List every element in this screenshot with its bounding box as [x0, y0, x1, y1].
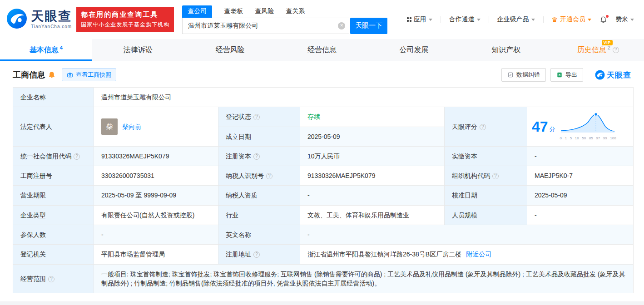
field-label-text: 注册地址 — [226, 251, 251, 258]
field-label: 统一社会信用代码? — [13, 146, 94, 166]
nav-cooperation[interactable]: 合作通道 — [449, 15, 481, 24]
logo-eye-icon — [595, 70, 605, 80]
field-label: 企业类型 — [13, 205, 94, 225]
tab-operating-risk[interactable]: 经营风险 — [184, 39, 276, 61]
table-row: 统一社会信用代码? 91330326MAEJP5K079 注册资本? 10万人民… — [13, 146, 634, 166]
export-label: 导出 — [565, 71, 577, 79]
nav-open-membership[interactable]: ♛ 开通会员 — [552, 15, 591, 24]
field-label-text: 登记状态 — [226, 113, 251, 120]
table-row: 参保人数 - 英文名称 - — [13, 225, 634, 245]
paid-capital-value: - — [527, 146, 634, 166]
search-tabs: 查公司 查老板 查风险 查关系 — [182, 5, 387, 18]
tab-intellectual-property[interactable]: 知识产权 — [460, 39, 552, 61]
company-type-value: 有限责任公司(自然人投资或控股) — [94, 205, 218, 225]
chevron-down-icon — [477, 19, 481, 21]
search-input[interactable] — [182, 18, 349, 34]
establish-date-value: 2025-05-09 — [300, 127, 445, 146]
tab-label: 经营信息 — [307, 45, 337, 55]
insured-count-value: - — [94, 225, 218, 245]
nav-cooperation-label: 合作通道 — [449, 15, 475, 24]
field-label-text: 组织机构代码 — [452, 172, 490, 179]
reg-capital-value: 10万人民币 — [300, 146, 445, 166]
nav-apps-label: 应用 — [414, 15, 426, 24]
help-icon[interactable]: ? — [253, 251, 260, 258]
help-icon[interactable]: ? — [253, 114, 260, 120]
tab-company-development[interactable]: 公司发展 — [368, 39, 460, 61]
field-label: 登记状态? — [218, 107, 300, 127]
field-label: 天眼评分? — [445, 107, 527, 147]
field-label-text: 注册资本 — [226, 152, 251, 160]
help-icon[interactable]: ? — [253, 153, 260, 160]
help-icon[interactable]: ? — [48, 276, 54, 282]
clear-icon[interactable]: × — [338, 22, 345, 30]
field-label: 经营范围? — [13, 264, 94, 293]
nav-apps[interactable]: 应用 — [407, 15, 432, 24]
field-label-text: 纳税人识别号 — [226, 172, 264, 179]
search-button[interactable]: 天眼一下 — [350, 18, 387, 34]
tab-basic-info[interactable]: 基本信息 4 — [0, 39, 92, 61]
excel-icon — [556, 72, 563, 78]
divider — [543, 16, 544, 23]
search-tab-risk[interactable]: 查风险 — [255, 7, 274, 18]
business-term-value: 2025-05-09 至 9999-09-09 — [94, 186, 218, 205]
approval-date-value: 2025-05-09 — [527, 186, 634, 205]
tab-operating-info[interactable]: 经营信息 — [276, 39, 368, 61]
nearby-companies-link[interactable]: 附近公司 — [466, 250, 491, 259]
nav-enterprise-products[interactable]: 企业级产品 — [497, 15, 535, 24]
score-value: 47 — [532, 119, 548, 134]
tab-legal-proceedings[interactable]: 法律诉讼 — [92, 39, 184, 61]
table-row: 法定代表人 柴 柴向前 登记状态? 存续 天眼评分? 47 分 — [13, 107, 634, 127]
company-name-value: 温州市道莱玉雕有限公司 — [94, 88, 634, 107]
watermark-label: 天眼查 — [607, 70, 631, 80]
correction-label: 数据纠错 — [516, 71, 540, 79]
credit-code-value: 91330326MAEJP5K079 — [94, 146, 218, 166]
tianyancha-watermark: 天眼查 — [595, 70, 631, 80]
tab-count: 2 — [608, 45, 610, 50]
help-icon[interactable]: ? — [74, 153, 80, 160]
field-label: 登记机关 — [13, 245, 94, 264]
brand-domain: TianYanCha.com — [31, 24, 72, 29]
field-label: 纳税人资质 — [218, 186, 300, 205]
field-label: 注册地址? — [218, 245, 300, 264]
reg-number-value: 330326000735031 — [94, 166, 218, 186]
business-scope-value: 一般项目: 珠宝首饰制造; 珠宝首饰批发; 珠宝首饰回收修理服务; 互联网销售 … — [94, 264, 634, 293]
reg-address-value: 浙江省温州市平阳县鳌江镇河垟路26-38号B区厂房二楼 — [307, 250, 461, 259]
data-correction-button[interactable]: 数据纠错 — [501, 68, 546, 82]
legal-rep-link[interactable]: 柴向前 — [122, 122, 141, 131]
vip-badge: VIP — [602, 40, 613, 45]
notification-bell[interactable] — [599, 16, 607, 24]
field-label: 企业名称 — [13, 88, 94, 107]
alert-bell-icon[interactable] — [48, 71, 55, 79]
field-label: 注册资本? — [218, 146, 300, 166]
status-badge: 存续 — [307, 113, 320, 120]
tab-label: 历史信息 — [577, 45, 606, 55]
footer-strip — [0, 301, 644, 305]
view-snapshot-button[interactable]: 查看工商快照 — [62, 69, 116, 81]
chevron-down-icon — [588, 19, 591, 21]
help-icon[interactable]: ? — [613, 47, 619, 53]
top-header: 天眼查 TianYanCha.com 都在用的商业查询工具 国家中小企业发展子基… — [0, 0, 644, 39]
search-tab-company[interactable]: 查公司 — [182, 5, 212, 18]
slogan-line1: 都在用的商业查询工具 — [81, 10, 169, 19]
reg-authority-value: 平阳县市场监督管理局 — [94, 245, 218, 264]
taxpayer-id-value: 91330326MAEJP5K079 — [300, 166, 445, 186]
export-button[interactable]: 导出 — [550, 68, 583, 82]
table-row: 企业类型 有限责任公司(自然人投资或控股) 行业 文教、工美、体育和娱乐用品制造… — [13, 205, 634, 225]
field-label-text: 天眼评分 — [452, 123, 477, 130]
field-label: 工商注册号 — [13, 166, 94, 186]
chevron-down-icon — [630, 19, 634, 21]
nav-user[interactable]: 费米 — [615, 15, 634, 24]
search-tab-relation[interactable]: 查关系 — [286, 7, 305, 18]
score-axis: 0151050859799100 — [560, 136, 616, 141]
help-icon[interactable]: ? — [266, 173, 272, 179]
search-tab-boss[interactable]: 查老板 — [224, 7, 243, 18]
field-label: 英文名称 — [218, 225, 300, 245]
help-icon[interactable]: ? — [480, 124, 486, 130]
english-name-value: - — [300, 225, 634, 245]
tab-history-info[interactable]: 历史信息 VIP 2 ? — [552, 39, 644, 61]
field-label: 实缴资本 — [445, 146, 527, 166]
table-row: 工商注册号 330326000735031 纳税人识别号? 91330326MA… — [13, 166, 634, 186]
help-icon[interactable]: ? — [492, 173, 499, 179]
tianyancha-logo[interactable]: 天眼查 TianYanCha.com — [6, 8, 72, 31]
field-label-text: 统一社会信用代码 — [20, 152, 71, 160]
